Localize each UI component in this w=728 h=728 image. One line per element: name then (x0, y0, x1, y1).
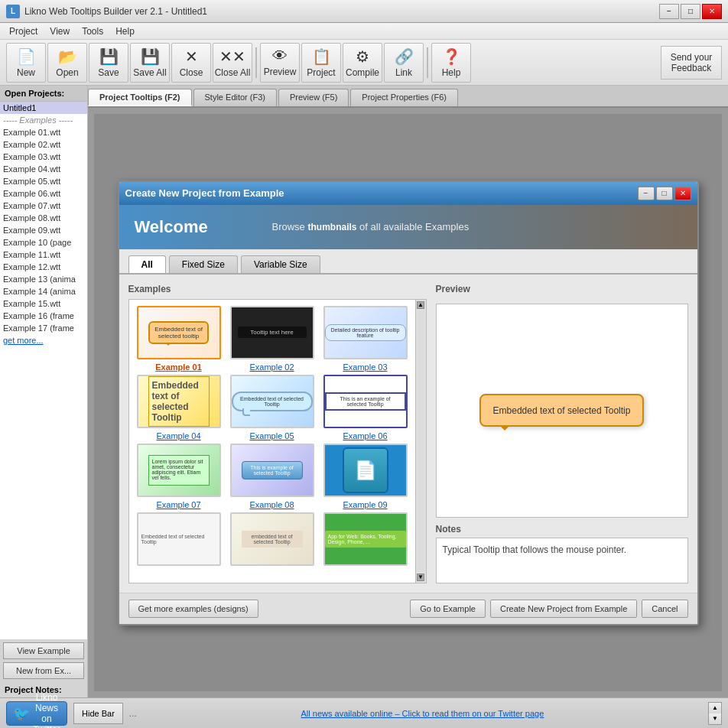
example-label-01[interactable]: Example 01 (155, 362, 202, 372)
sidebar-item-ex11[interactable]: Example 11.wtt (0, 249, 87, 261)
maximize-button[interactable]: □ (681, 4, 700, 19)
example-label-08[interactable]: Example 08 (249, 500, 294, 509)
example-thumb-07: Lorem ipsum dolor sit amet, consectetur … (137, 444, 221, 497)
sidebar-item-ex07[interactable]: Example 07.wtt (0, 200, 87, 212)
sidebar-item-ex05[interactable]: Example 05.wtt (0, 175, 87, 187)
toolbar-new[interactable]: 📄 New (6, 43, 46, 83)
tab-preview[interactable]: Preview (F5) (278, 89, 349, 106)
bottom-news-link[interactable]: All news available online – Click to rea… (143, 709, 702, 718)
toolbar-save-label: Save (98, 67, 119, 78)
scroll-up-button[interactable]: ▲ (709, 703, 721, 713)
toolbar-close[interactable]: ✕ Close (171, 43, 211, 83)
sidebar-item-ex01[interactable]: Example 01.wtt (0, 126, 87, 138)
tab-project-tooltips[interactable]: Project Tooltips (F2) (88, 89, 192, 106)
sidebar-item-ex15[interactable]: Example 15.wtt (0, 297, 87, 310)
example-label-05[interactable]: Example 05 (249, 431, 294, 440)
modal-tab-variable[interactable]: Variable Size (241, 255, 320, 273)
notes-section: Notes Typical Tooltip that follows the m… (436, 524, 688, 583)
example-item-04[interactable]: Embedded text ofselectedTooltip Example … (135, 375, 223, 440)
sidebar-item-ex16[interactable]: Example 16 (frame (0, 310, 87, 322)
toolbar-link[interactable]: 🔗 Link (384, 43, 424, 83)
new-icon: 📄 (17, 47, 36, 66)
go-to-example-button[interactable]: Go to Example (410, 600, 486, 618)
twitter-button[interactable]: 🐦 Likno Newson Twitter (6, 701, 67, 726)
example-item-11[interactable]: embedded text of selected Tooltip (229, 512, 316, 566)
toolbar-project[interactable]: 📋 Project (301, 43, 341, 83)
toolbar-preview[interactable]: 👁 Preview (260, 43, 300, 83)
get-more-examples-button[interactable]: Get more examples (designs) (128, 600, 258, 618)
sidebar-item-ex10[interactable]: Example 10 (page (0, 236, 87, 249)
modal-tab-all[interactable]: All (128, 255, 166, 273)
content-area: Project Tooltips (F2) Style Editor (F3) … (88, 86, 728, 697)
sidebar-item-ex13[interactable]: Example 13 (anima (0, 273, 87, 285)
modal-maximize-button[interactable]: □ (656, 187, 673, 200)
toolbar-open-label: Open (56, 67, 78, 78)
tab-project-properties[interactable]: Project Properties (F6) (350, 89, 458, 106)
example-item-02[interactable]: Tooltip text here Example 02 (229, 306, 316, 372)
tooltip-preview-05: Embedded text of selected Tooltip (232, 392, 313, 411)
example-label-07[interactable]: Example 07 (156, 500, 200, 509)
example-label-06[interactable]: Example 06 (343, 431, 387, 440)
minimize-button[interactable]: − (659, 4, 679, 19)
view-example-button[interactable]: View Example (3, 642, 84, 659)
sidebar-item-ex04[interactable]: Example 04.wtt (0, 163, 87, 175)
menu-view[interactable]: View (44, 24, 76, 38)
sidebar-item-ex12[interactable]: Example 12.wtt (0, 261, 87, 273)
menu-bar: Project View Tools Help (0, 23, 728, 40)
scroll-down-button[interactable]: ▼ (709, 713, 721, 724)
sidebar-item-ex17[interactable]: Example 17 (frame (0, 322, 87, 334)
menu-help[interactable]: Help (109, 24, 141, 38)
example-item-03[interactable]: Detailed description of tooltip feature … (322, 306, 409, 372)
sidebar-item-ex08[interactable]: Example 08.wtt (0, 212, 87, 224)
sidebar-item-ex03[interactable]: Example 03.wtt (0, 151, 87, 163)
example-item-12[interactable]: App for Web: Books, Tooling, Design, Pho… (322, 512, 409, 566)
close-button[interactable]: ✕ (702, 4, 722, 19)
example-thumb-11: embedded text of selected Tooltip (230, 512, 314, 566)
sidebar-separator: ----- Examples ----- (0, 114, 87, 126)
example-label-03[interactable]: Example 03 (343, 362, 387, 372)
tooltip-preview-08: This is example of selected Tooltip (242, 461, 303, 479)
example-item-08[interactable]: This is example of selected Tooltip Exam… (229, 444, 316, 509)
hide-bar-button[interactable]: Hide Bar (73, 703, 123, 724)
sidebar-item-untitled1[interactable]: Untitled1 (0, 102, 87, 114)
toolbar-save-all[interactable]: 💾 Save All (130, 43, 170, 83)
modal-tab-fixed[interactable]: Fixed Size (169, 255, 238, 273)
example-label-09[interactable]: Example 09 (343, 500, 387, 509)
modal-tabs: All Fixed Size Variable Size (119, 249, 697, 275)
toolbar-compile[interactable]: ⚙ Compile (343, 43, 382, 83)
example-thumb-06: This is an example of selected Tooltip (323, 375, 408, 428)
example-item-07[interactable]: Lorem ipsum dolor sit amet, consectetur … (135, 444, 223, 509)
example-item-05[interactable]: Embedded text of selected Tooltip Exampl… (229, 375, 316, 440)
examples-row-2: Embedded text ofselectedTooltip Example … (135, 375, 409, 440)
tab-style-editor[interactable]: Style Editor (F3) (193, 89, 277, 106)
modal-minimize-button[interactable]: − (638, 187, 655, 200)
modal-footer: Get more examples (designs) Go to Exampl… (119, 593, 697, 624)
example-item-06[interactable]: This is an example of selected Tooltip E… (322, 375, 409, 440)
toolbar-close-all[interactable]: ✕✕ Close All (213, 43, 252, 83)
create-new-project-button[interactable]: Create New Project from Example (490, 600, 637, 618)
example-item-09[interactable]: 📄 Example 09 (322, 444, 409, 509)
cancel-button[interactable]: Cancel (642, 600, 687, 618)
examples-grid-container: Embedded text ofselected tooltip Example… (128, 299, 427, 583)
menu-tools[interactable]: Tools (76, 24, 109, 38)
feedback-button[interactable]: Send yourFeedback (661, 46, 722, 80)
sidebar-item-ex06[interactable]: Example 06.wtt (0, 187, 87, 200)
menu-project[interactable]: Project (3, 24, 44, 38)
example-item-01[interactable]: Embedded text ofselected tooltip Example… (135, 306, 223, 372)
example-label-04[interactable]: Example 04 (156, 431, 200, 440)
example-item-10[interactable]: Embedded text of selected Tooltip (135, 512, 223, 566)
scroll-up-arrow[interactable]: ▲ (417, 301, 424, 309)
toolbar-help[interactable]: ❓ Help (431, 43, 471, 83)
example-label-02[interactable]: Example 02 (249, 362, 294, 372)
new-from-example-button[interactable]: New from Ex... (3, 662, 84, 679)
sidebar-get-more[interactable]: get more... (0, 334, 87, 346)
sidebar-item-ex02[interactable]: Example 02.wtt (0, 138, 87, 151)
modal-header-description: Browse thumbnails of all available Examp… (272, 221, 470, 232)
sidebar-item-ex14[interactable]: Example 14 (anima (0, 285, 87, 297)
sidebar-item-ex09[interactable]: Example 09.wtt (0, 224, 87, 236)
toolbar-save[interactable]: 💾 Save (89, 43, 128, 83)
toolbar-open[interactable]: 📂 Open (47, 43, 87, 83)
examples-scrollbar[interactable]: ▲ ▼ (415, 300, 426, 583)
scroll-down-arrow[interactable]: ▼ (417, 574, 424, 581)
modal-close-button[interactable]: ✕ (674, 187, 691, 200)
